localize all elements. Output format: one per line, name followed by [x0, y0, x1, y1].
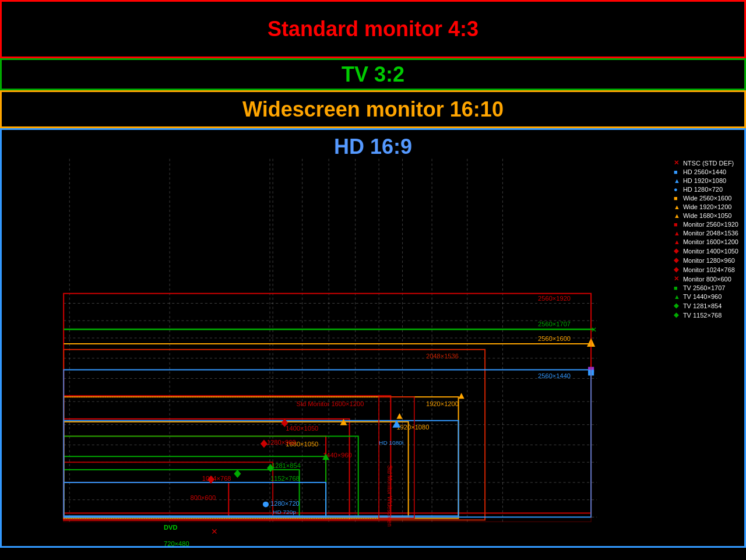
svg-text:1400×1050: 1400×1050 [286, 425, 318, 432]
svg-rect-31 [64, 462, 273, 517]
svg-rect-42 [64, 421, 458, 516]
svg-marker-71 [459, 393, 465, 399]
svg-rect-36 [64, 470, 299, 517]
svg-text:2560×1600: 2560×1600 [538, 335, 571, 342]
svg-text:Std Monitor   1600×1200: Std Monitor 1600×1200 [297, 400, 364, 407]
standard-monitor-section: Standard monitor 4:3 [0, 0, 746, 58]
widescreen-title: Widescreen monitor 16:10 [242, 97, 504, 122]
svg-text:HD 1080i: HD 1080i [379, 440, 403, 446]
svg-text:✕: ✕ [591, 326, 597, 334]
tv-title: TV 3:2 [342, 62, 404, 87]
hd-title: HD 16:9 [2, 130, 744, 159]
widescreen-section: Widescreen monitor 16:10 [0, 90, 746, 128]
svg-text:2560×1920: 2560×1920 [538, 295, 571, 302]
svg-rect-83 [64, 294, 591, 522]
svg-text:1920×1200: 1920×1200 [426, 400, 459, 407]
svg-text:1024×768: 1024×768 [202, 475, 231, 482]
chart-svg: 2560×1920 2560×1707 2560×1600 2048×1536 … [2, 130, 744, 546]
svg-text:2560×1440: 2560×1440 [538, 373, 571, 380]
svg-text:2048×1536: 2048×1536 [426, 353, 459, 360]
svg-text:800×600: 800×600 [191, 494, 216, 501]
svg-text:2560×1707: 2560×1707 [538, 320, 571, 327]
svg-text:1920×1080: 1920×1080 [396, 424, 429, 431]
svg-text:HD 720p: HD 720p [273, 509, 296, 516]
svg-text:Std Monitor Widescreen: Std Monitor Widescreen [386, 465, 393, 527]
svg-rect-41 [64, 370, 591, 517]
hd-section: HD 16:9 ✕NTSC (STD DEF)■HD 2560×1440▲HD … [0, 128, 746, 548]
svg-marker-76 [234, 470, 241, 478]
svg-text:1281×854: 1281×854 [272, 462, 301, 469]
standard-monitor-title: Standard monitor 4:3 [268, 17, 478, 41]
svg-rect-27 [64, 350, 485, 520]
svg-text:720×480: 720×480 [164, 540, 189, 546]
svg-text:1280×720: 1280×720 [270, 500, 300, 507]
tv-section: TV 3:2 [0, 58, 746, 90]
svg-text:DVD: DVD [164, 524, 178, 531]
svg-text:✕: ✕ [211, 527, 218, 536]
svg-point-82 [263, 502, 269, 508]
svg-text:1280×960: 1280×960 [267, 439, 296, 446]
svg-text:1152×768: 1152×768 [270, 475, 300, 482]
svg-marker-72 [396, 413, 402, 419]
